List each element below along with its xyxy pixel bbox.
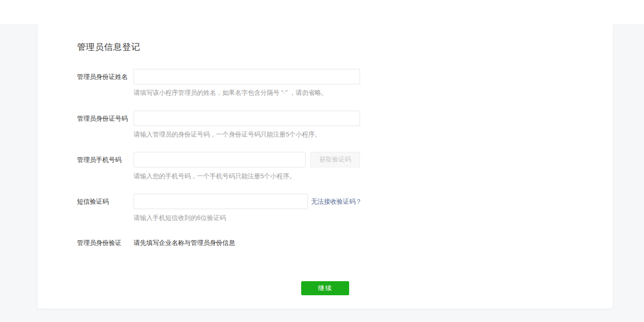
- admin-phone-label: 管理员手机号码: [77, 152, 121, 167]
- registration-card: 管理员信息登记 管理员身份证姓名 请填写该小程序管理员的姓名，如果名字包含分隔号…: [38, 24, 613, 308]
- admin-id-name-input[interactable]: [134, 69, 360, 84]
- get-verification-code-button[interactable]: 获取验证码: [310, 152, 360, 167]
- admin-id-number-label: 管理员身份证号码: [77, 111, 128, 126]
- sms-code-hint: 请输入手机短信收到的6位验证码: [134, 214, 226, 222]
- admin-id-number-input[interactable]: [134, 111, 360, 126]
- identity-verify-text: 请先填写企业名称与管理员身份信息: [134, 239, 235, 247]
- admin-phone-input[interactable]: [134, 152, 306, 167]
- page-title: 管理员信息登记: [77, 41, 140, 53]
- identity-verify-label: 管理员身份验证: [77, 235, 121, 250]
- admin-id-name-hint: 请填写该小程序管理员的姓名，如果名字包含分隔号 “·” ，请勿省略。: [134, 89, 327, 97]
- top-header-bar: [0, 0, 644, 24]
- continue-button[interactable]: 继续: [301, 281, 349, 295]
- cannot-receive-code-link[interactable]: 无法接收验证码？: [311, 194, 362, 209]
- sms-code-input[interactable]: [134, 194, 308, 209]
- admin-phone-hint: 请输入您的手机号码，一个手机号码只能注册5个小程序。: [134, 172, 296, 181]
- sms-code-label: 短信验证码: [77, 194, 109, 209]
- admin-id-number-hint: 请输入管理员的身份证号码，一个身份证号码只能注册5个小程序。: [134, 131, 321, 139]
- admin-id-name-label: 管理员身份证姓名: [77, 69, 128, 84]
